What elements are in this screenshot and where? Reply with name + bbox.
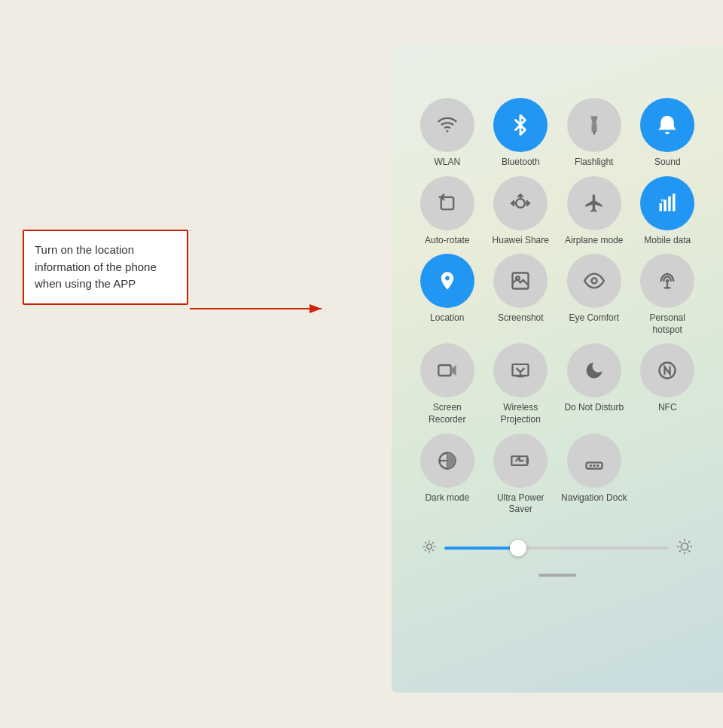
control-autorotate[interactable]: Auto-rotate: [414, 176, 480, 247]
svg-point-30: [427, 544, 432, 549]
tooltip-box: Turn on the location information of the …: [23, 230, 188, 305]
ultra-power-label: Ultra Power Saver: [488, 492, 554, 516]
svg-line-35: [425, 542, 426, 544]
location-label: Location: [430, 312, 464, 324]
recorder-icon: [435, 358, 459, 382]
navdock-icon: [582, 449, 606, 473]
airplane-button[interactable]: [567, 176, 621, 230]
wlan-label: WLAN: [434, 157, 460, 169]
control-eye-comfort[interactable]: Eye Comfort: [561, 254, 627, 336]
svg-line-37: [425, 550, 426, 551]
control-bluetooth[interactable]: Bluetooth: [488, 98, 554, 169]
control-airplane[interactable]: Airplane mode: [561, 176, 627, 247]
svg-point-39: [681, 543, 688, 550]
home-line: [538, 574, 576, 577]
svg-text:II: II: [661, 197, 664, 202]
autorotate-label: Auto-rotate: [425, 235, 469, 247]
screenshot-button[interactable]: [493, 254, 548, 308]
controls-grid: WLAN Bluetooth: [407, 90, 708, 523]
wifi-icon: [435, 113, 459, 137]
brightness-track[interactable]: [444, 547, 669, 550]
sound-button[interactable]: [640, 98, 694, 152]
control-screenshot[interactable]: Screenshot: [488, 254, 554, 336]
tooltip-text: Turn on the location information of the …: [35, 243, 157, 290]
bluetooth-button[interactable]: [493, 98, 548, 152]
control-flashlight[interactable]: Flashlight: [561, 98, 627, 169]
bluetooth-label: Bluetooth: [502, 157, 540, 169]
control-personal-hotspot[interactable]: Personal hotspot: [635, 254, 701, 336]
dnd-label: Do Not Disturb: [564, 402, 624, 414]
mobile-data-button[interactable]: II: [640, 176, 694, 230]
svg-rect-7: [660, 203, 663, 212]
control-mobile-data[interactable]: II Mobile data: [635, 176, 701, 247]
home-indicator: [407, 566, 708, 584]
brightness-low-icon: [422, 539, 437, 558]
wlan-button[interactable]: [420, 98, 474, 152]
personal-hotspot-button[interactable]: [640, 254, 694, 308]
signal-icon: II: [655, 191, 679, 215]
autorotate-button[interactable]: [420, 176, 474, 230]
airplane-icon: [582, 191, 606, 215]
share-icon: [508, 191, 532, 215]
control-huawei-share[interactable]: Huawei Share: [488, 176, 554, 247]
svg-point-2: [446, 130, 448, 133]
svg-rect-18: [438, 365, 450, 376]
flashlight-label: Flashlight: [575, 157, 613, 169]
wireless-projection-button[interactable]: [493, 343, 548, 398]
rotate-icon: [435, 191, 459, 215]
svg-line-45: [688, 550, 690, 552]
flashlight-icon: [582, 113, 606, 137]
nfc-button[interactable]: [640, 343, 694, 398]
wireless-projection-label: Wireless Projection: [488, 402, 554, 425]
personal-hotspot-label: Personal hotspot: [635, 312, 701, 336]
control-nfc[interactable]: NFC: [635, 343, 701, 425]
nfc-label: NFC: [658, 402, 677, 414]
bluetooth-icon: [508, 113, 532, 137]
huawei-share-label: Huawei Share: [493, 235, 549, 247]
svg-point-14: [591, 279, 596, 284]
nfc-icon: [655, 358, 679, 382]
svg-rect-9: [668, 196, 671, 211]
bell-icon: [655, 113, 679, 137]
control-dark-mode[interactable]: Dark mode: [414, 434, 480, 516]
control-sound[interactable]: Sound: [635, 98, 701, 169]
screen-recorder-label: Screen Recorder: [414, 402, 480, 425]
hotspot-icon: [655, 269, 679, 293]
control-wireless-projection[interactable]: Wireless Projection: [488, 343, 554, 425]
svg-line-46: [679, 550, 681, 552]
moon-icon: [582, 358, 606, 382]
screenshot-label: Screenshot: [498, 312, 544, 324]
screen-recorder-button[interactable]: [420, 343, 474, 398]
brightness-high-icon: [676, 538, 693, 559]
battery-icon: [508, 449, 532, 473]
control-location[interactable]: Location: [414, 254, 480, 336]
location-icon: [435, 269, 459, 293]
nav-dock-button[interactable]: [567, 434, 621, 488]
svg-rect-8: [664, 200, 667, 211]
nav-dock-label: Navigation Dock: [561, 492, 627, 504]
location-button[interactable]: [420, 254, 474, 308]
control-dnd[interactable]: Do Not Disturb: [561, 343, 627, 425]
sound-label: Sound: [654, 157, 681, 169]
ultra-power-button[interactable]: [493, 434, 548, 488]
huawei-share-button[interactable]: [493, 176, 548, 230]
control-nav-dock[interactable]: Navigation Dock: [561, 434, 627, 516]
dark-mode-button[interactable]: [420, 434, 474, 488]
control-wlan[interactable]: WLAN: [414, 98, 480, 169]
eye-comfort-button[interactable]: [567, 254, 621, 308]
dark-mode-label: Dark mode: [425, 492, 469, 504]
control-ultra-power[interactable]: Ultra Power Saver: [488, 434, 554, 516]
svg-rect-3: [591, 123, 596, 133]
control-screen-recorder[interactable]: Screen Recorder: [414, 343, 480, 425]
arrow-annotation: [190, 286, 333, 331]
svg-line-44: [679, 541, 681, 543]
eye-comfort-label: Eye Comfort: [569, 312, 619, 324]
dnd-button[interactable]: [567, 343, 621, 398]
darkmode-icon: [435, 449, 459, 473]
flashlight-button[interactable]: [567, 98, 621, 152]
brightness-thumb[interactable]: [510, 540, 526, 556]
svg-line-47: [688, 541, 690, 543]
svg-line-36: [432, 550, 434, 551]
brightness-bar: [407, 523, 708, 566]
svg-line-38: [432, 542, 434, 544]
